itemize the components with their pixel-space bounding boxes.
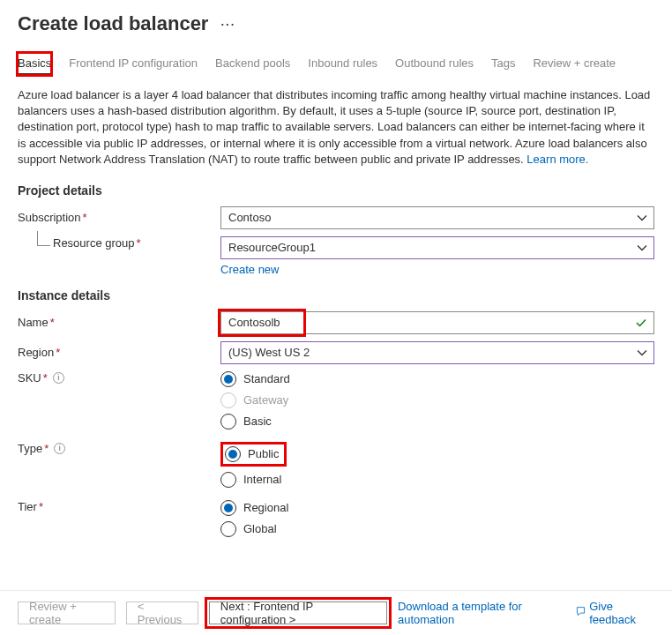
subscription-dropdown[interactable]: Contoso	[220, 206, 654, 229]
resource-group-dropdown[interactable]: ResourceGroup1	[220, 236, 654, 259]
tier-radio-group: Regional Global	[220, 500, 654, 537]
region-value: (US) West US 2	[228, 346, 310, 359]
label-resource-group: Resource group*	[18, 236, 220, 250]
required-asterisk: *	[43, 371, 48, 385]
tier-global-radio[interactable]: Global	[220, 521, 654, 537]
info-icon[interactable]: i	[54, 443, 65, 454]
tier-regional-label: Regional	[243, 501, 288, 514]
sku-radio-group: Standard Gateway Basic	[220, 371, 654, 430]
required-asterisk: *	[83, 211, 87, 224]
tier-regional-radio[interactable]: Regional	[220, 500, 654, 516]
radio-icon	[220, 392, 236, 408]
sku-standard-label: Standard	[243, 372, 290, 385]
tab-tags[interactable]: Tags	[491, 53, 515, 75]
tab-basics[interactable]: Basics	[18, 53, 51, 75]
sku-gateway-radio: Gateway	[220, 392, 654, 408]
tab-backend-pools[interactable]: Backend pools	[215, 53, 290, 75]
label-resource-group-text: Resource group	[53, 236, 135, 250]
description-text: Azure load balancer is a layer 4 load ba…	[18, 87, 654, 168]
label-region-text: Region	[18, 346, 54, 359]
label-name: Name*	[18, 316, 220, 329]
more-icon[interactable]: ···	[220, 18, 235, 31]
sku-basic-label: Basic	[243, 415, 272, 428]
tab-review-create[interactable]: Review + create	[533, 53, 616, 75]
tab-outbound-rules[interactable]: Outbound rules	[395, 53, 474, 75]
name-value: Contosolb	[228, 316, 280, 329]
section-instance-details: Instance details	[18, 288, 654, 303]
region-dropdown[interactable]: (US) West US 2	[220, 341, 654, 364]
sku-gateway-label: Gateway	[243, 393, 288, 407]
sku-standard-radio[interactable]: Standard	[220, 371, 654, 387]
highlight-box: Public	[220, 442, 287, 467]
required-asterisk: *	[50, 316, 55, 329]
radio-icon	[225, 446, 241, 462]
section-project-details: Project details	[18, 183, 654, 198]
tab-inbound-rules[interactable]: Inbound rules	[308, 53, 377, 75]
tier-global-label: Global	[243, 522, 277, 535]
radio-icon	[220, 414, 236, 430]
label-type: Type* i	[18, 442, 220, 455]
label-subscription-text: Subscription	[18, 211, 81, 224]
label-tier: Tier*	[18, 500, 220, 513]
required-asterisk: *	[56, 346, 60, 359]
label-tier-text: Tier	[18, 500, 37, 513]
label-sku: SKU* i	[18, 371, 220, 385]
radio-icon	[220, 472, 236, 488]
label-region: Region*	[18, 346, 220, 359]
type-public-radio[interactable]: Public	[225, 446, 279, 462]
radio-icon	[220, 500, 236, 516]
page-title: Create load balancer	[18, 12, 208, 35]
radio-icon	[220, 371, 236, 387]
subscription-value: Contoso	[228, 211, 271, 224]
label-subscription: Subscription*	[18, 211, 220, 224]
tab-frontend-ip[interactable]: Frontend IP configuration	[69, 53, 198, 75]
type-public-label: Public	[248, 447, 279, 460]
required-asterisk: *	[137, 236, 141, 250]
tabs-bar: Basics Frontend IP configuration Backend…	[18, 53, 654, 75]
label-sku-text: SKU	[18, 371, 41, 385]
label-type-text: Type	[18, 442, 42, 455]
learn-more-link[interactable]: Learn more.	[526, 153, 588, 166]
resource-group-value: ResourceGroup1	[228, 241, 316, 254]
footer-bar: Review + create < Previous Next : Fronte…	[0, 590, 672, 597]
radio-icon	[220, 521, 236, 537]
label-name-text: Name	[18, 316, 49, 329]
sku-basic-radio[interactable]: Basic	[220, 414, 654, 430]
check-icon	[635, 317, 647, 329]
type-internal-label: Internal	[243, 473, 281, 486]
create-new-link[interactable]: Create new	[220, 263, 279, 276]
required-asterisk: *	[44, 442, 49, 455]
info-icon[interactable]: i	[53, 372, 64, 384]
name-input[interactable]: Contosolb	[220, 311, 654, 334]
type-radio-group: Public Internal	[220, 442, 654, 488]
required-asterisk: *	[39, 500, 43, 513]
type-internal-radio[interactable]: Internal	[220, 472, 654, 488]
